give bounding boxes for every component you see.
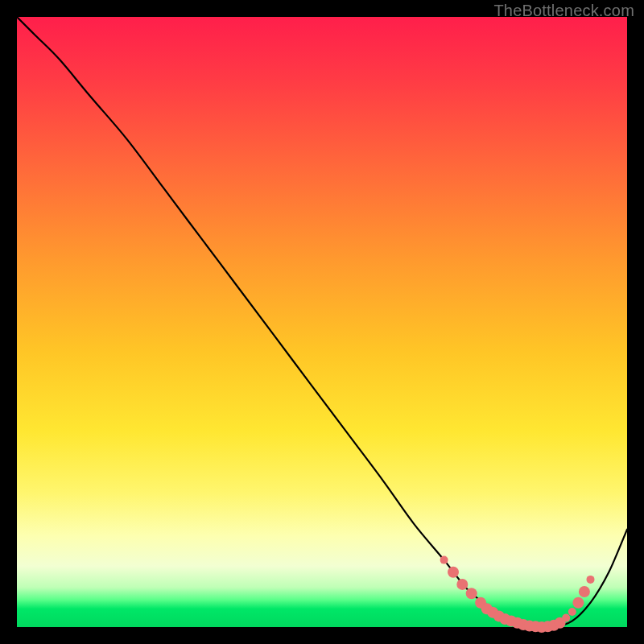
chart-stage: TheBottleneck.com (0, 0, 644, 644)
curve-marker (568, 608, 576, 616)
curve-marker (466, 588, 477, 599)
chart-plot-area (17, 17, 627, 627)
curve-marker (456, 579, 468, 590)
curve-marker (448, 567, 459, 578)
curve-marker (587, 576, 595, 584)
bottleneck-curve (17, 17, 627, 628)
curve-marker (562, 614, 570, 622)
curve-marker (572, 597, 584, 609)
chart-svg (17, 17, 627, 627)
curve-marker (579, 586, 590, 597)
curve-marker (440, 556, 448, 564)
